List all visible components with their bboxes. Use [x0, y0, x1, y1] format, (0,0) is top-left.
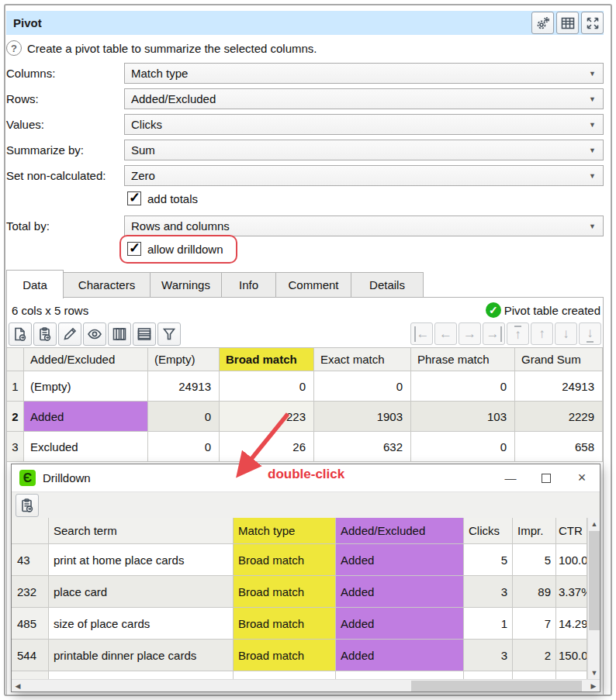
table-cell[interactable]: 26	[220, 432, 314, 462]
table-cell[interactable]: 24913	[515, 371, 603, 402]
table-cell-purple[interactable]: Added	[336, 640, 464, 671]
table-cell[interactable]: 0	[148, 432, 220, 462]
table-cell[interactable]: size of place cards	[49, 608, 234, 640]
table-cell[interactable]: 150.0%	[556, 640, 587, 671]
filter-button[interactable]	[157, 322, 181, 346]
values-select[interactable]: Clicks ▼	[124, 114, 604, 135]
summarize-select[interactable]: Sum ▼	[124, 140, 604, 160]
row-number[interactable]: 1	[7, 371, 24, 402]
table-cell[interactable]: 632	[314, 432, 411, 462]
table-cell-yellow[interactable]: Broad match	[234, 640, 336, 671]
column-header[interactable]: CTR	[556, 518, 587, 544]
table-cell[interactable]: 24913	[148, 371, 220, 402]
table-cell[interactable]: (Empty)	[24, 371, 148, 402]
horizontal-scrollbar[interactable]: ◀ ▶	[12, 679, 600, 691]
tab-characters[interactable]: Characters	[64, 272, 151, 298]
table-cell[interactable]: 0	[220, 371, 314, 402]
help-icon[interactable]: ?	[6, 40, 22, 56]
table-cell[interactable]: 658	[515, 432, 603, 462]
table-cell[interactable]: 103	[411, 402, 515, 432]
column-header[interactable]: Search term	[49, 518, 234, 544]
scrollbar-thumb[interactable]	[589, 531, 600, 630]
close-button[interactable]: ×	[564, 465, 600, 491]
table-cell[interactable]: 2229	[515, 402, 603, 432]
scroll-down-icon[interactable]: ▼	[588, 667, 600, 679]
next-column-button[interactable]: →	[459, 322, 481, 345]
add-totals-checkbox[interactable]	[127, 191, 141, 205]
table-cell[interactable]: 7	[513, 608, 556, 640]
table-cell[interactable]: place card	[49, 576, 234, 608]
tab-comment[interactable]: Comment	[276, 272, 351, 298]
previous-column-button[interactable]: ←	[434, 322, 457, 345]
first-row-button[interactable]: ↑	[507, 322, 529, 345]
table-cell-highlighted[interactable]: Added	[24, 402, 148, 432]
column-header-yellow[interactable]: Match type	[234, 518, 336, 544]
last-row-button[interactable]: ↓	[579, 322, 601, 345]
maximize-button[interactable]	[528, 465, 564, 491]
scroll-up-icon[interactable]: ▲	[588, 518, 600, 530]
row-number[interactable]: 3	[7, 432, 24, 462]
table-cell-purple[interactable]: Added	[336, 608, 464, 640]
columns-select[interactable]: Match type ▼	[124, 63, 604, 84]
maximize-pane-button[interactable]	[581, 12, 604, 34]
table-cell[interactable]: 1903	[314, 402, 411, 432]
vertical-scrollbar[interactable]: ▲ ▼	[587, 518, 600, 679]
table-cell[interactable]: 0	[411, 371, 515, 402]
tab-info[interactable]: Info	[222, 272, 276, 298]
row-number[interactable]: 43	[12, 544, 49, 576]
minimize-button[interactable]: —	[493, 465, 528, 491]
row-number[interactable]: 485	[12, 608, 49, 640]
column-header[interactable]: Impr.	[513, 518, 556, 544]
row-number[interactable]: 2	[7, 402, 24, 432]
last-column-button[interactable]: →	[483, 322, 505, 345]
table-cell[interactable]: 0	[411, 432, 515, 462]
column-header[interactable]: Clicks	[464, 518, 513, 544]
table-cell[interactable]: 100.0%	[556, 544, 587, 576]
table-cell[interactable]: 89	[513, 576, 556, 608]
column-header-highlighted[interactable]: Broad match	[220, 348, 314, 371]
table-cell[interactable]: 3	[464, 576, 513, 608]
row-number[interactable]: 232	[12, 576, 49, 608]
table-cell[interactable]: 0	[148, 402, 220, 432]
column-header[interactable]: Added/Excluded	[24, 348, 148, 371]
table-cell-yellow[interactable]: Broad match	[234, 576, 336, 608]
column-header-purple[interactable]: Added/Excluded	[336, 518, 464, 544]
scroll-left-icon[interactable]: ◀	[12, 680, 24, 692]
table-cell-yellow[interactable]: Broad match	[234, 544, 336, 576]
tab-details[interactable]: Details	[351, 272, 424, 298]
table-cell[interactable]: 3	[464, 640, 513, 671]
totalby-select[interactable]: Rows and columns ▼	[124, 216, 604, 236]
view-button[interactable]	[83, 322, 106, 346]
table-cell[interactable]: 1	[464, 608, 513, 640]
rows-select[interactable]: Added/Excluded ▼	[124, 88, 604, 109]
table-cell[interactable]: 5	[513, 544, 556, 576]
tab-data[interactable]: Data	[6, 270, 64, 298]
table-cell[interactable]: printable dinner place cards	[49, 640, 234, 671]
copy-clipboard-button[interactable]	[33, 322, 57, 346]
table-cell[interactable]: print at home place cards	[49, 544, 234, 576]
export-file-button[interactable]	[9, 322, 32, 346]
table-cell[interactable]: 3.37%	[556, 576, 587, 608]
columns-button[interactable]	[108, 322, 131, 346]
scrollbar-thumb[interactable]	[411, 681, 582, 691]
table-cell[interactable]: 14.29%	[556, 608, 587, 640]
noncalc-select[interactable]: Zero ▼	[124, 165, 604, 186]
table-cell[interactable]: 0	[314, 371, 411, 402]
row-number[interactable]: 544	[12, 640, 49, 671]
column-header[interactable]: (Empty)	[148, 348, 220, 371]
settings-button[interactable]	[531, 12, 554, 34]
table-cell-purple[interactable]: Added	[336, 544, 464, 576]
table-cell[interactable]: 5	[464, 544, 513, 576]
drilldown-copy-button[interactable]	[16, 494, 39, 517]
table-cell[interactable]: 2	[513, 640, 556, 671]
column-header[interactable]: Phrase match	[411, 348, 515, 371]
next-row-button[interactable]: ↓	[555, 322, 577, 345]
column-header[interactable]: Grand Sum	[515, 348, 603, 371]
table-cell-purple[interactable]: Added	[336, 576, 464, 608]
table-cell-drilldown-source[interactable]: 223	[220, 402, 314, 432]
edit-button[interactable]	[58, 322, 81, 346]
first-column-button[interactable]: ←	[410, 322, 433, 345]
tab-warnings[interactable]: Warnings	[151, 272, 222, 298]
rows-button[interactable]	[133, 322, 156, 346]
previous-row-button[interactable]: ↑	[531, 322, 553, 345]
